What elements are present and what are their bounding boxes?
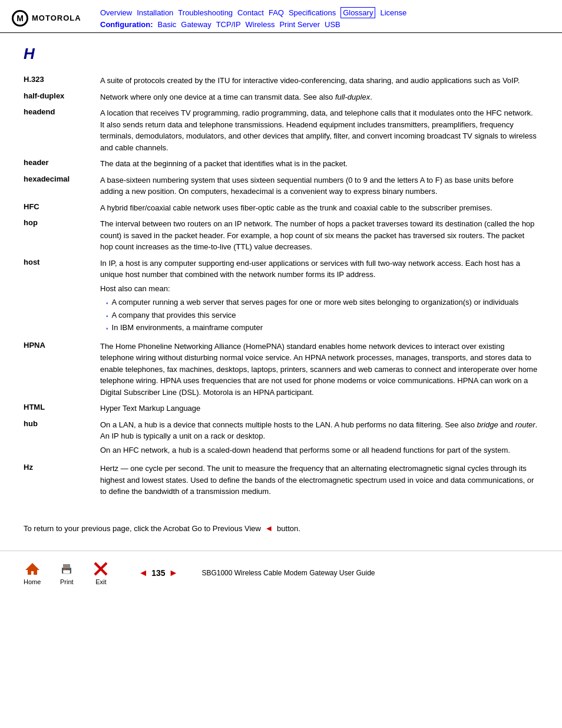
home-icon: [24, 561, 41, 577]
table-row: half-duplex Network where only one devic…: [24, 89, 538, 106]
exit-icon: [92, 561, 109, 577]
config-usb[interactable]: USB: [325, 20, 340, 29]
def-half-duplex: Network where only one device at a time …: [100, 89, 538, 106]
term-h323: H.323: [24, 73, 100, 89]
table-row: header The data at the beginning of a pa…: [24, 156, 538, 172]
term-hexadecimal: hexadecimal: [24, 172, 100, 200]
table-row: H.323 A suite of protocols created by th…: [24, 73, 538, 89]
def-hpna: The Home Phoneline Networking Alliance (…: [100, 338, 538, 401]
nav-specifications[interactable]: Specifications: [289, 8, 336, 17]
nav-troubleshooting[interactable]: Troubleshooting: [178, 8, 233, 17]
bullet-icon: •: [106, 324, 108, 333]
nav-installation[interactable]: Installation: [137, 8, 173, 17]
def-headend: A location that receives TV programming,…: [100, 105, 538, 156]
svg-rect-4: [64, 569, 66, 570]
def-hub: On a LAN, a hub is a device that connect…: [100, 417, 538, 461]
print-label: Print: [60, 578, 74, 585]
def-host: In IP, a host is any computer supporting…: [100, 255, 538, 338]
config-tcpip[interactable]: TCP/IP: [216, 20, 241, 29]
config-label: Configuration:: [100, 20, 153, 29]
return-suffix: button.: [277, 524, 300, 533]
term-hz: Hz: [24, 460, 100, 500]
def-hz: Hertz — one cycle per second. The unit t…: [100, 460, 538, 500]
table-row: HTML Hyper Text Markup Language: [24, 400, 538, 417]
page-number: 135: [151, 568, 165, 578]
term-html: HTML: [24, 400, 100, 417]
next-page-button[interactable]: ►: [169, 568, 178, 578]
section-letter: H: [24, 45, 538, 63]
def-h323: A suite of protocols created by the ITU …: [100, 73, 538, 89]
nav-faq[interactable]: FAQ: [269, 8, 284, 17]
return-text: To return to your previous page, click t…: [24, 524, 261, 533]
config-print-server[interactable]: Print Server: [279, 20, 320, 29]
term-headend: headend: [24, 105, 100, 156]
main-nav-row: Overview Installation Troubleshooting Co…: [100, 7, 406, 18]
table-row: host In IP, a host is any computer suppo…: [24, 255, 538, 338]
page-navigation: ◄ 135 ►: [138, 568, 178, 578]
bullet-icon: •: [106, 312, 108, 321]
table-row: hexadecimal A base-sixteen numbering sys…: [24, 172, 538, 200]
bullet-icon: •: [106, 299, 108, 308]
footer-bar: Home Print Exit ◄ 135 ► SBG1000 Wireless…: [0, 551, 562, 595]
nav-glossary[interactable]: Glossary: [340, 7, 375, 18]
def-hfc: A hybrid fiber/coaxial cable network use…: [100, 200, 538, 216]
footer-return: To return to your previous page, click t…: [0, 523, 562, 533]
config-basic[interactable]: Basic: [158, 20, 177, 29]
term-hpna: HPNA: [24, 338, 100, 401]
term-hfc: HFC: [24, 200, 100, 216]
table-row: hop The interval between two routers on …: [24, 216, 538, 255]
svg-rect-2: [63, 564, 70, 568]
page-header: M MOTOROLA Overview Installation Trouble…: [0, 0, 562, 33]
def-hop: The interval between two routers on an I…: [100, 216, 538, 255]
table-row: Hz Hertz — one cycle per second. The uni…: [24, 460, 538, 500]
guide-title: SBG1000 Wireless Cable Modem Gateway Use…: [201, 569, 375, 577]
print-icon: [58, 561, 75, 577]
def-html: Hyper Text Markup Language: [100, 400, 538, 417]
term-host: host: [24, 255, 100, 338]
exit-label: Exit: [95, 578, 106, 585]
term-hub: hub: [24, 417, 100, 461]
table-row: HPNA The Home Phoneline Networking Allia…: [24, 338, 538, 401]
logo-area: M MOTOROLA: [12, 10, 82, 27]
config-nav-row: Configuration: Basic Gateway TCP/IP Wire…: [100, 20, 406, 29]
home-label: Home: [24, 578, 41, 585]
table-row: HFC A hybrid fiber/coaxial cable network…: [24, 200, 538, 216]
list-item: A computer running a web server that ser…: [112, 297, 519, 308]
table-row: headend A location that receives TV prog…: [24, 105, 538, 156]
return-button-icon: ◄: [265, 523, 273, 533]
svg-rect-3: [63, 570, 70, 574]
term-half-duplex: half-duplex: [24, 89, 100, 106]
term-hop: hop: [24, 216, 100, 255]
config-gateway[interactable]: Gateway: [181, 20, 211, 29]
config-wireless[interactable]: Wireless: [246, 20, 275, 29]
logo-icon: M: [12, 10, 28, 27]
motorola-logo: M MOTOROLA: [12, 10, 81, 27]
def-hexadecimal: A base-sixteen numbering system that use…: [100, 172, 538, 200]
def-header: The data at the beginning of a packet th…: [100, 156, 538, 172]
exit-button[interactable]: Exit: [92, 561, 109, 585]
table-row: hub On a LAN, a hub is a device that con…: [24, 417, 538, 461]
nav-overview[interactable]: Overview: [100, 8, 132, 17]
glossary-table: H.323 A suite of protocols created by th…: [24, 73, 538, 500]
print-button[interactable]: Print: [58, 561, 75, 585]
logo-text: MOTOROLA: [32, 14, 81, 22]
term-header: header: [24, 156, 100, 172]
main-content: H H.323 A suite of protocols created by …: [0, 33, 562, 512]
list-item: A company that provides this service: [112, 309, 236, 321]
list-item: In IBM environments, a mainframe compute…: [112, 322, 263, 334]
navigation: Overview Installation Troubleshooting Co…: [100, 7, 406, 29]
nav-contact[interactable]: Contact: [237, 8, 264, 17]
nav-license[interactable]: License: [380, 8, 406, 17]
prev-page-button[interactable]: ◄: [138, 568, 148, 578]
home-button[interactable]: Home: [24, 561, 41, 585]
svg-marker-0: [25, 563, 39, 575]
